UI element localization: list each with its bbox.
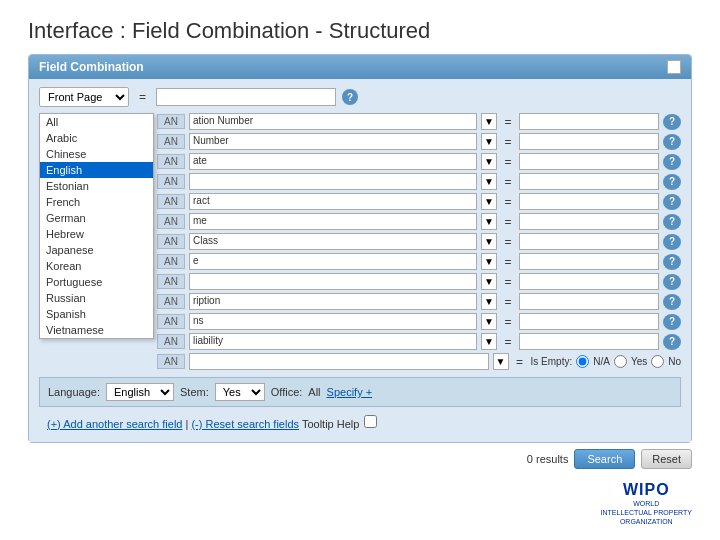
table-row: AN ns ▼ = ?: [157, 313, 681, 330]
reset-button[interactable]: Reset: [641, 449, 692, 469]
value-input[interactable]: [519, 313, 659, 330]
wipo-logo: WIPO WORLD INTELLECTUAL PROPERTY ORGANIZ…: [601, 481, 692, 526]
front-page-help-icon[interactable]: ?: [342, 89, 358, 105]
table-row: AN me ▼ = ?: [157, 213, 681, 230]
help-icon[interactable]: ?: [663, 134, 681, 150]
field-name: [189, 273, 477, 290]
bottom-actions: (+) Add another search field | (-) Reset…: [39, 411, 681, 434]
search-button[interactable]: Search: [574, 449, 635, 469]
value-input[interactable]: [519, 293, 659, 310]
value-input[interactable]: [519, 333, 659, 350]
table-row: AN ription ▼ = ?: [157, 293, 681, 310]
help-icon[interactable]: ?: [663, 174, 681, 190]
tooltip-help-checkbox[interactable]: [364, 415, 377, 428]
field-dropdown-arrow[interactable]: ▼: [493, 353, 509, 370]
main-panel: Field Combination ⤢ Front Page = ? All A…: [28, 54, 692, 443]
lang-item-chinese[interactable]: Chinese: [40, 146, 153, 162]
language-label: Language:: [48, 386, 100, 398]
value-input[interactable]: [519, 133, 659, 150]
equals-col: =: [501, 255, 515, 269]
value-input[interactable]: [519, 233, 659, 250]
field-name: ns: [189, 313, 477, 330]
an-label: AN: [157, 354, 185, 369]
table-row: AN e ▼ = ?: [157, 253, 681, 270]
value-input[interactable]: [519, 173, 659, 190]
add-search-field-link[interactable]: (+) Add another search field: [47, 418, 182, 430]
radio-na[interactable]: [576, 355, 589, 368]
an-label: AN: [157, 274, 185, 289]
lang-item-arabic[interactable]: Arabic: [40, 130, 153, 146]
an-label: AN: [157, 314, 185, 329]
value-input[interactable]: [519, 273, 659, 290]
table-row: AN liability ▼ = ?: [157, 333, 681, 350]
help-icon[interactable]: ?: [663, 254, 681, 270]
field-dropdown-arrow[interactable]: ▼: [481, 273, 497, 290]
radio-no[interactable]: [651, 355, 664, 368]
field-dropdown-arrow[interactable]: ▼: [481, 133, 497, 150]
stem-label: Stem:: [180, 386, 209, 398]
field-dropdown-arrow[interactable]: ▼: [481, 173, 497, 190]
search-bar-row: 0 results Search Reset: [28, 443, 692, 471]
equals-col: =: [501, 135, 515, 149]
value-input[interactable]: [519, 113, 659, 130]
lang-item-all[interactable]: All: [40, 114, 153, 130]
lang-item-german[interactable]: German: [40, 210, 153, 226]
specify-link[interactable]: Specify +: [327, 386, 373, 398]
field-dropdown-arrow[interactable]: ▼: [481, 293, 497, 310]
stem-select[interactable]: Yes No: [215, 383, 265, 401]
lang-item-japanese[interactable]: Japanese: [40, 242, 153, 258]
lang-item-portuguese[interactable]: Portuguese: [40, 274, 153, 290]
table-row: AN ▼ = ?: [157, 173, 681, 190]
field-dropdown-arrow[interactable]: ▼: [481, 333, 497, 350]
panel-header: Field Combination ⤢: [29, 55, 691, 79]
equals-col: =: [501, 155, 515, 169]
an-label: AN: [157, 174, 185, 189]
language-dropdown: All Arabic Chinese English Estonian Fren…: [39, 113, 154, 339]
equals-col: =: [501, 275, 515, 289]
field-name: me: [189, 213, 477, 230]
language-select[interactable]: English: [106, 383, 174, 401]
value-input[interactable]: [519, 193, 659, 210]
lang-item-hebrew[interactable]: Hebrew: [40, 226, 153, 242]
lang-item-russian[interactable]: Russian: [40, 290, 153, 306]
value-input[interactable]: [519, 153, 659, 170]
help-icon[interactable]: ?: [663, 114, 681, 130]
help-icon[interactable]: ?: [663, 214, 681, 230]
lang-item-estonian[interactable]: Estonian: [40, 178, 153, 194]
field-dropdown-arrow[interactable]: ▼: [481, 313, 497, 330]
field-dropdown-arrow[interactable]: ▼: [481, 253, 497, 270]
last-field-row: AN ▼ = Is Empty: N/A Yes No: [157, 353, 681, 370]
field-dropdown-arrow[interactable]: ▼: [481, 113, 497, 130]
field-dropdown-arrow[interactable]: ▼: [481, 193, 497, 210]
radio-yes[interactable]: [614, 355, 627, 368]
reset-search-fields-link[interactable]: (-) Reset search fields: [191, 418, 299, 430]
field-name: ract: [189, 193, 477, 210]
lang-item-french[interactable]: French: [40, 194, 153, 210]
lang-item-korean[interactable]: Korean: [40, 258, 153, 274]
help-icon[interactable]: ?: [663, 154, 681, 170]
help-icon[interactable]: ?: [663, 194, 681, 210]
equals-col: =: [501, 235, 515, 249]
lang-item-spanish[interactable]: Spanish: [40, 306, 153, 322]
help-icon[interactable]: ?: [663, 314, 681, 330]
expand-icon[interactable]: ⤢: [667, 60, 681, 74]
value-input[interactable]: [519, 213, 659, 230]
radio-group: N/A Yes No: [576, 355, 681, 368]
lang-item-english[interactable]: English: [40, 162, 153, 178]
help-icon[interactable]: ?: [663, 334, 681, 350]
field-name: liability: [189, 333, 477, 350]
an-label: AN: [157, 334, 185, 349]
front-page-select[interactable]: Front Page: [39, 87, 129, 107]
help-icon[interactable]: ?: [663, 294, 681, 310]
field-dropdown-arrow[interactable]: ▼: [481, 213, 497, 230]
field-dropdown-arrow[interactable]: ▼: [481, 233, 497, 250]
front-page-input[interactable]: [156, 88, 336, 106]
field-dropdown-arrow[interactable]: ▼: [481, 153, 497, 170]
lang-item-vietnamese[interactable]: Vietnamese: [40, 322, 153, 338]
help-icon[interactable]: ?: [663, 274, 681, 290]
value-input[interactable]: [519, 253, 659, 270]
help-icon[interactable]: ?: [663, 234, 681, 250]
equals-col: =: [501, 175, 515, 189]
panel-body: Front Page = ? All Arabic Chinese Englis…: [29, 79, 691, 442]
table-row: AN Class ▼ = ?: [157, 233, 681, 250]
